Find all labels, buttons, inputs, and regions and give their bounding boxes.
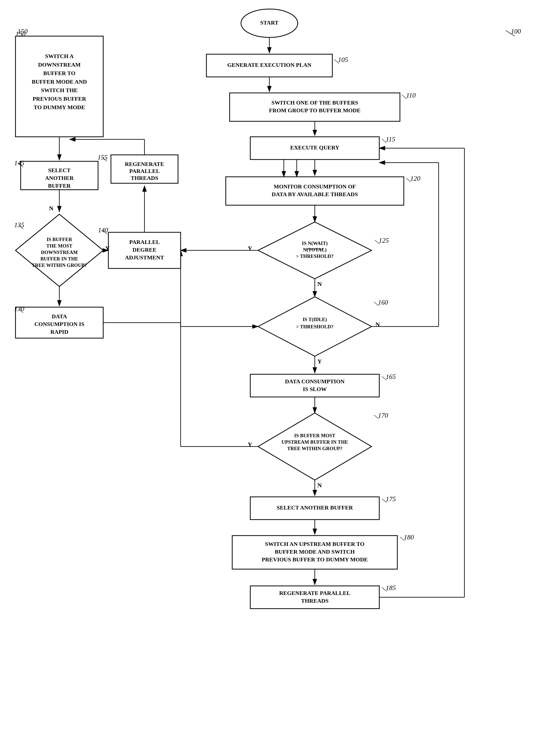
gen-exec-plan-label: GENERATE EXECUTION PLAN	[227, 62, 311, 68]
execute-query-label: EXECUTE QUERY	[290, 144, 340, 151]
threshold-label-3: > THRESHOLD?	[296, 253, 333, 259]
regen-155-label-2: PARALLEL	[129, 168, 160, 174]
switch-downstream-label-2: DOWNSTREAM	[38, 61, 81, 68]
switch-buffer-label-1: SWITCH ONE OF THE BUFFERS	[271, 99, 358, 106]
regen-185-label-2: THREADS	[301, 598, 329, 604]
data-slow-node	[250, 374, 379, 397]
upstream-label-2: UPSTREAM BUFFER IN THE	[281, 439, 348, 445]
switch-downstream-label-7: TO DUMMY MODE	[34, 104, 85, 111]
ref-145: 145	[14, 159, 24, 167]
n-label-125: N	[317, 281, 322, 287]
select-145-label-3: BUFFER	[48, 183, 71, 189]
upstream-label-3: TREE WITHIN GROUP?	[287, 446, 343, 451]
regen-185-label-1: REGENERATE PARALLEL	[279, 590, 350, 596]
select-145-label-1: SELECT	[48, 167, 71, 173]
ref-105: 105	[338, 56, 348, 63]
switch-upstream-label-3: PREVIOUS BUFFER TO DUMMY MODE	[262, 556, 368, 563]
regen-185-node	[250, 586, 379, 609]
ref-115: 115	[386, 135, 395, 143]
data-slow-label-2: IS SLOW	[303, 386, 327, 392]
switch-upstream-label-2: BUFFER MODE AND SWITCH	[275, 548, 355, 555]
parallel-degree-label-2: DEGREE	[133, 246, 157, 253]
switch-downstream-label-5: SWITCH THE	[41, 87, 78, 93]
monitor-label-2: DATA BY AVAILABLE THREADS	[272, 191, 358, 198]
ref-135: 135	[14, 221, 24, 229]
monitor-label-1: MONITOR CONSUMPTION OF	[274, 183, 356, 190]
downstream-label-4: BUFFER IN THE	[40, 256, 78, 262]
ref-160: 160	[378, 298, 388, 306]
ref-165: 165	[386, 373, 396, 380]
y-label-160: Y	[317, 358, 322, 365]
ref-170: 170	[378, 412, 388, 419]
switch-downstream-label-1: SWITCH A	[45, 53, 74, 59]
switch-buffer-label-2: FROM GROUP TO BUFFER MODE	[269, 107, 361, 114]
n-label-170: N	[317, 482, 322, 489]
switch-downstream-label-6: PREVIOUS BUFFER	[33, 96, 86, 102]
downstream-label-5: TREE WITHIN GROUP?	[32, 263, 87, 268]
data-rapid-label-3: RAPID	[50, 329, 68, 335]
ref-180: 180	[404, 534, 414, 541]
switch-downstream-label-3: BUFFER TO	[43, 70, 76, 76]
data-rapid-label-2: CONSUMPTION IS	[34, 321, 84, 327]
ref-120: 120	[410, 175, 420, 182]
ref-125: 125	[379, 237, 389, 244]
tidle-label-2: > THRESHOLD?	[296, 324, 333, 329]
flowchart-svg: 100 150 START GENERATE EXECUTION PLAN 10…	[0, 0, 539, 756]
n-label-left: N	[49, 205, 54, 211]
diagram-container: 100 150 START GENERATE EXECUTION PLAN 10…	[0, 0, 539, 756]
ref-175: 175	[386, 495, 396, 503]
ref-150-corner: 150	[16, 30, 26, 38]
ref-140: 140	[98, 226, 108, 234]
downstream-label-3: DOWNSTREAM	[41, 250, 78, 255]
switch-downstream-label-4: BUFFER MODE AND	[32, 78, 87, 85]
ref-130: 130	[14, 305, 24, 312]
ref-110: 110	[406, 92, 416, 99]
ref-100: 100	[511, 28, 521, 35]
start-label: START	[260, 19, 279, 26]
regen-155-label-1: REGENERATE	[125, 161, 164, 167]
downstream-label-2: THE MOST	[46, 243, 72, 249]
regen-155-label-3: THREADS	[131, 175, 158, 181]
ref-155: 155	[98, 154, 108, 161]
switch-upstream-label-1: SWITCH AN UPSTREAM BUFFER TO	[265, 541, 364, 547]
threshold-label-1: IS N(WAIT)	[302, 241, 328, 246]
parallel-degree-label-1: PARALLEL	[129, 239, 160, 245]
threshold-label-2: N(TOTAL)	[303, 247, 326, 253]
parallel-degree-label-3: ADJUSTMENT	[125, 254, 164, 261]
select-buffer-175-label: SELECT ANOTHER BUFFER	[276, 504, 353, 511]
switch-downstream-node	[16, 36, 103, 137]
tidle-label-1: IS T(IDLE)	[303, 317, 327, 322]
ref-185: 185	[386, 584, 396, 592]
data-rapid-label-1: DATA	[51, 313, 67, 319]
select-145-label-2: ANOTHER	[45, 175, 74, 181]
downstream-label-1: IS BUFFER	[47, 237, 72, 242]
data-slow-label-1: DATA CONSUMPTION	[285, 378, 345, 384]
upstream-label-1: IS BUFFER MOST	[294, 433, 336, 438]
